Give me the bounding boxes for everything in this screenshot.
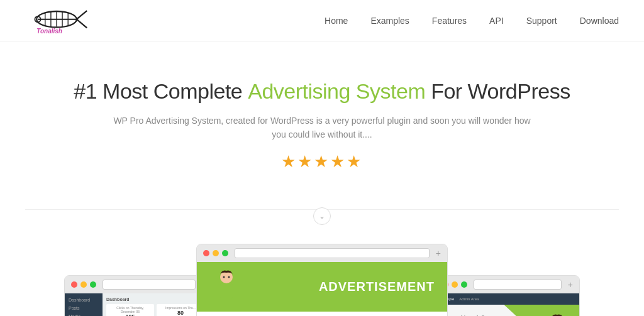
maximize-dot [90, 281, 96, 288]
hero-headline: #1 Most Complete Advertising System For … [25, 79, 619, 104]
right-browser-content: Example Admin Area [436, 293, 579, 316]
right-mock-header: Example Admin Area [436, 293, 579, 305]
site-header: Tonalish Home Examples Features API Supp… [0, 0, 644, 41]
main-nav: Home Examples Features API Support Downl… [325, 16, 619, 26]
right-minimize-dot [452, 281, 458, 288]
left-browser-dots [71, 281, 96, 288]
right-browser-window: + Example Admin Area [435, 275, 580, 316]
left-browser-titlebar [65, 276, 208, 293]
main-browser-window: + ADVERTISE [196, 244, 448, 316]
logo[interactable]: Tonalish [25, 5, 88, 36]
right-browser-urlbar [474, 280, 562, 290]
right-new-tab-plus-icon: + [568, 280, 573, 290]
nav-examples[interactable]: Examples [370, 16, 409, 26]
svg-text:Tonalish: Tonalish [36, 28, 62, 35]
right-mock-content: Example Admin Area [436, 293, 579, 316]
main-browser-dots [203, 250, 228, 256]
left-browser-content: Dashboard Posts Media Pages Comments Adv… [65, 293, 208, 316]
stat-clicks-label: Clicks on Thursday, December 06 [109, 306, 151, 313]
svg-point-18 [228, 276, 230, 278]
svg-point-17 [223, 276, 225, 278]
dash-menu-media: Media [65, 312, 103, 316]
nav-features[interactable]: Features [432, 16, 467, 26]
main-close-dot [203, 250, 209, 256]
right-tab-admin: Admin Area [459, 297, 479, 301]
main-browser-titlebar: + [197, 244, 447, 262]
dashboard-sidebar: Dashboard Posts Media Pages Comments Adv… [65, 293, 103, 316]
main-browser-content: ADVERTISEMENT [197, 262, 447, 316]
nav-support[interactable]: Support [526, 16, 557, 26]
ad-banner: ADVERTISEMENT [197, 262, 447, 312]
stat-card-clicks: Clicks on Thursday, December 06 195 [106, 304, 154, 316]
dash-menu-dashboard: Dashboard [65, 296, 103, 304]
dash-menu-posts: Posts [65, 304, 103, 312]
right-browser-titlebar: + [436, 276, 579, 293]
chevron-down-icon: ⌄ [319, 212, 325, 221]
new-tab-plus-icon: + [436, 248, 441, 258]
close-dot [71, 281, 77, 288]
ad-banner-text: ADVERTISEMENT [319, 280, 435, 294]
left-browser-window: Dashboard Posts Media Pages Comments Adv… [64, 275, 209, 316]
scroll-down-button[interactable]: ⌄ [313, 207, 331, 225]
dashboard-section-title: Dashboard [106, 297, 204, 302]
scroll-chevron-container: ⌄ [0, 207, 644, 225]
nav-api[interactable]: API [489, 16, 504, 26]
dashboard-main-area: Dashboard Clicks on Thursday, December 0… [103, 293, 208, 316]
minimize-dot [80, 281, 87, 288]
hero-description: WP Pro Advertising System, created for W… [108, 114, 536, 142]
right-mock-body: Open your Adzones As Corner Peelers Sett… [436, 305, 579, 316]
left-browser-urlbar [103, 280, 196, 290]
svg-rect-16 [220, 283, 233, 299]
ad-person-image [209, 270, 244, 304]
main-minimize-dot [213, 250, 219, 256]
rating-stars: ★★★★★ [25, 152, 619, 172]
stat-clicks-value: 195 [109, 313, 151, 316]
nav-home[interactable]: Home [325, 16, 348, 26]
right-maximize-dot [461, 281, 467, 288]
nav-download[interactable]: Download [580, 16, 619, 26]
corner-peel-decoration [504, 305, 579, 316]
stat-impressions-value: 80 [160, 310, 201, 316]
main-browser-urlbar [235, 248, 430, 258]
hero-section: #1 Most Complete Advertising System For … [0, 41, 644, 203]
screenshots-section: Dashboard Posts Media Pages Comments Adv… [0, 237, 644, 316]
main-maximize-dot [222, 250, 228, 256]
dashboard-stats-row: Clicks on Thursday, December 06 195 Impr… [106, 304, 204, 316]
dashboard-mock: Dashboard Posts Media Pages Comments Adv… [65, 293, 208, 316]
